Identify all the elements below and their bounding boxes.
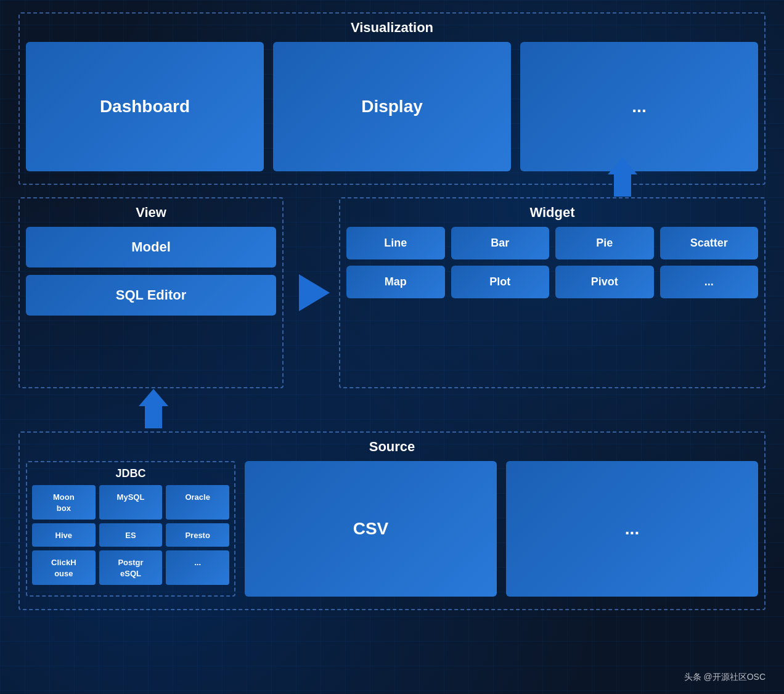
- widget-title: Widget: [346, 205, 758, 221]
- source-title: Source: [26, 439, 758, 455]
- jdbc-oracle: Oracle: [166, 485, 229, 520]
- jdbc-presto-label: Presto: [185, 531, 210, 540]
- widget-pivot-label: Pivot: [591, 276, 618, 288]
- view-title: View: [26, 205, 276, 221]
- visualization-cards: Dashboard Display ...: [26, 42, 758, 171]
- jdbc-presto: Presto: [166, 523, 229, 547]
- arrow-up-right: [608, 157, 637, 197]
- jdbc-mysql-label: MySQL: [117, 492, 145, 502]
- jdbc-grid: Moonbox MySQL Oracle Hive ES P: [32, 485, 229, 585]
- arrow-up-left-shaft: [145, 406, 162, 428]
- widget-pie-label: Pie: [596, 237, 613, 249]
- view-section: View Model SQL Editor: [18, 197, 284, 388]
- display-label: Display: [361, 97, 423, 116]
- widget-section: Widget Line Bar Pie Scatter Map: [339, 197, 766, 388]
- arrow-connector: [290, 197, 339, 388]
- viz-ellipsis-card: ...: [520, 42, 758, 171]
- widget-ellipsis: ...: [660, 266, 759, 298]
- jdbc-es: ES: [99, 523, 163, 547]
- widget-scatter: Scatter: [660, 227, 759, 259]
- middle-row-wrapper: View Model SQL Editor Widget: [18, 197, 766, 388]
- jdbc-title: JDBC: [32, 467, 229, 480]
- widget-line-label: Line: [384, 237, 407, 249]
- arrow-up-right-shape: [608, 157, 637, 197]
- jdbc-clickhouse: ClickHouse: [32, 550, 96, 585]
- widget-scatter-label: Scatter: [690, 237, 728, 249]
- display-card: Display: [273, 42, 511, 171]
- arrow-right-shape: [299, 274, 330, 311]
- arrow-up-right-shaft: [614, 174, 631, 197]
- widget-pivot: Pivot: [555, 266, 654, 298]
- csv-label: CSV: [353, 519, 389, 539]
- widget-line: Line: [346, 227, 445, 259]
- visualization-section: Visualization Dashboard Display ...: [18, 12, 766, 185]
- arrow-up-left: [139, 389, 168, 428]
- jdbc-oracle-label: Oracle: [185, 492, 210, 502]
- jdbc-postgresql-label: PostgreSQL: [118, 558, 143, 578]
- view-cards: Model SQL Editor: [26, 227, 276, 316]
- jdbc-ellipsis-label: ...: [194, 558, 201, 567]
- model-card: Model: [26, 227, 276, 267]
- source-section: Source JDBC Moonbox MySQL Oracle Hive: [18, 431, 766, 610]
- jdbc-moonbox: Moonbox: [32, 485, 96, 520]
- widget-pie: Pie: [555, 227, 654, 259]
- jdbc-es-label: ES: [125, 531, 136, 540]
- arrow-up-left-head: [139, 389, 168, 406]
- main-container: Visualization Dashboard Display ... Vi: [0, 0, 784, 694]
- arrow-up-left-shape: [139, 389, 168, 428]
- widget-bar-label: Bar: [491, 237, 509, 249]
- jdbc-mysql: MySQL: [99, 485, 163, 520]
- widget-bar: Bar: [451, 227, 550, 259]
- source-ellipsis-label: ...: [625, 519, 639, 539]
- jdbc-clickhouse-label: ClickHouse: [51, 558, 76, 578]
- model-label: Model: [131, 239, 171, 255]
- widget-map-label: Map: [385, 276, 407, 288]
- middle-row: View Model SQL Editor Widget: [18, 197, 766, 388]
- visualization-title: Visualization: [26, 20, 758, 36]
- watermark: 头条 @开源社区OSC: [684, 672, 766, 683]
- jdbc-ellipsis: ...: [166, 550, 229, 585]
- widget-map: Map: [346, 266, 445, 298]
- source-ellipsis-card: ...: [506, 461, 758, 597]
- widget-plot: Plot: [451, 266, 550, 298]
- arrow-up-right-head: [608, 157, 637, 174]
- sql-editor-card: SQL Editor: [26, 275, 276, 316]
- widget-ellipsis-label: ...: [704, 276, 714, 288]
- jdbc-moonbox-label: Moonbox: [53, 492, 75, 513]
- jdbc-section: JDBC Moonbox MySQL Oracle Hive E: [26, 461, 235, 597]
- viz-ellipsis-label: ...: [632, 97, 646, 116]
- widget-grid: Line Bar Pie Scatter Map Plot: [346, 227, 758, 298]
- source-cards: JDBC Moonbox MySQL Oracle Hive E: [26, 461, 758, 597]
- jdbc-postgresql: PostgreSQL: [99, 550, 163, 585]
- jdbc-hive-label: Hive: [55, 531, 72, 540]
- widget-plot-label: Plot: [489, 276, 510, 288]
- sql-editor-label: SQL Editor: [116, 287, 187, 303]
- csv-card: CSV: [245, 461, 497, 597]
- dashboard-label: Dashboard: [100, 97, 190, 116]
- dashboard-card: Dashboard: [26, 42, 264, 171]
- jdbc-hive: Hive: [32, 523, 96, 547]
